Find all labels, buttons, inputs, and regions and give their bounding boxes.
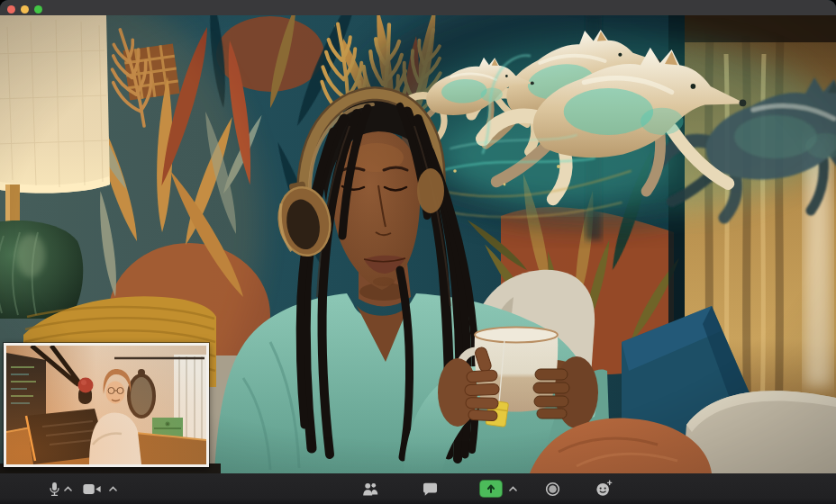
window-controls <box>7 5 42 14</box>
microphone-menu-chevron[interactable] <box>61 473 74 504</box>
participants-icon <box>361 481 380 498</box>
share-screen-button[interactable] <box>479 473 503 504</box>
camera-button[interactable] <box>80 473 104 504</box>
record-icon <box>544 481 561 498</box>
chevron-up-icon <box>63 485 73 492</box>
camera-menu-chevron[interactable] <box>106 473 119 504</box>
video-camera-icon <box>82 482 102 497</box>
maximize-button[interactable] <box>34 5 42 14</box>
reactions-icon <box>595 480 613 498</box>
close-button[interactable] <box>7 5 15 14</box>
titlebar <box>0 0 836 15</box>
chat-bubble-icon <box>422 481 439 498</box>
call-toolbar <box>0 473 836 504</box>
share-screen-icon <box>479 480 503 498</box>
minimize-button[interactable] <box>21 5 29 14</box>
video-call-window <box>0 0 836 504</box>
reactions-button[interactable] <box>592 473 614 504</box>
chevron-up-icon <box>508 485 518 492</box>
microphone-icon <box>46 480 63 499</box>
participants-button[interactable] <box>359 473 382 504</box>
chat-button[interactable] <box>419 473 441 504</box>
share-menu-chevron[interactable] <box>506 473 519 504</box>
record-button[interactable] <box>541 473 564 504</box>
self-view[interactable] <box>4 343 209 467</box>
chevron-up-icon <box>108 485 118 492</box>
